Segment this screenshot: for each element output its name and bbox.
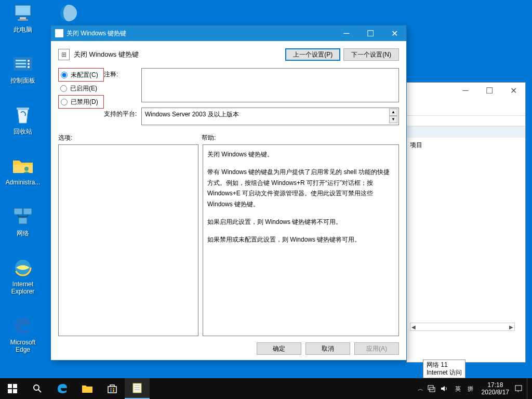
- desktop-icon-ie[interactable]: Internet Explorer: [3, 257, 43, 295]
- radio-enabled[interactable]: 已启用(E): [58, 82, 104, 95]
- taskbar-store[interactable]: [100, 378, 125, 399]
- panel-labels: 选项: 帮助:: [58, 134, 399, 142]
- svg-rect-27: [113, 388, 114, 390]
- bg-column-header[interactable]: [407, 126, 525, 138]
- horizontal-scrollbar[interactable]: ◀▶: [410, 323, 515, 331]
- tray-network-icon[interactable]: [428, 385, 439, 392]
- help-paragraph: 如果禁用或未配置此设置，则 Windows 键热键将可用。: [207, 234, 394, 245]
- policy-icon: ⊞: [58, 49, 70, 60]
- network-icon: [12, 206, 34, 228]
- desktop-icon-label: Administra...: [3, 179, 43, 186]
- start-button[interactable]: [0, 378, 25, 399]
- titlebar[interactable]: 关闭 Windows 键热键 ─ ☐ ✕: [51, 25, 406, 41]
- maximize-button[interactable]: ☐: [358, 25, 382, 41]
- edge-icon: [12, 315, 34, 337]
- svg-point-8: [28, 60, 30, 62]
- tray-time: 17:18: [482, 381, 509, 389]
- tray-ime[interactable]: 英: [453, 385, 464, 393]
- svg-rect-13: [14, 208, 22, 215]
- network-tooltip: 网络 11 Internet 访问: [423, 360, 466, 378]
- monitor-icon: [12, 2, 34, 24]
- maximize-button[interactable]: ☐: [477, 83, 501, 98]
- folder-icon: [82, 383, 93, 394]
- svg-rect-15: [19, 218, 27, 224]
- minimize-button[interactable]: ─: [335, 25, 358, 41]
- svg-rect-30: [133, 383, 141, 393]
- next-setting-button[interactable]: 下一个设置(N): [343, 48, 399, 61]
- taskbar-notepad[interactable]: [125, 378, 150, 399]
- radio-column: 未配置(C) 已启用(E) 已禁用(D): [58, 68, 104, 125]
- tray-notifications-icon[interactable]: [514, 384, 526, 393]
- comment-row: 注释:: [104, 68, 399, 102]
- right-column: 注释: 支持的平台: Windows Server 2003 及以上版本 ▲▼: [104, 68, 399, 125]
- platform-spinner[interactable]: ▲▼: [389, 109, 397, 123]
- config-row: 未配置(C) 已启用(E) 已禁用(D) 注释: 支持的平台:: [58, 68, 399, 125]
- ok-button[interactable]: 确定: [257, 342, 301, 355]
- system-tray: ︿ 英 拼 17:18 2020/8/17: [415, 378, 532, 399]
- platform-label: 支持的平台:: [104, 108, 141, 118]
- desktop-icon-control-panel[interactable]: 控制面板: [3, 53, 43, 84]
- store-icon: [107, 383, 117, 394]
- folder-user-icon: [12, 155, 34, 177]
- desktop-icon-edge[interactable]: Microsoft Edge: [3, 315, 43, 353]
- svg-rect-22: [13, 389, 17, 393]
- radio-not-configured-input[interactable]: [61, 72, 68, 78]
- svg-rect-3: [18, 19, 28, 21]
- bg-titlebar[interactable]: ─ ☐ ✕: [407, 83, 525, 98]
- cancel-button[interactable]: 取消: [305, 342, 350, 355]
- background-window[interactable]: ─ ☐ ✕ 项目 ◀▶: [406, 82, 526, 363]
- radio-label: 已禁用(D): [71, 98, 98, 107]
- radio-disabled-input[interactable]: [61, 99, 68, 105]
- desktop-icon-network[interactable]: 网络: [3, 206, 43, 237]
- svg-rect-25: [108, 387, 116, 393]
- tray-clock[interactable]: 17:18 2020/8/17: [477, 381, 513, 396]
- button-row: 确定 取消 应用(A): [58, 336, 399, 355]
- svg-rect-26: [110, 388, 112, 390]
- spin-down-icon[interactable]: ▼: [389, 116, 397, 123]
- radio-enabled-input[interactable]: [60, 85, 67, 92]
- tray-ime2[interactable]: 拼: [465, 385, 476, 393]
- svg-rect-6: [16, 63, 26, 64]
- taskbar-explorer[interactable]: [75, 378, 100, 399]
- svg-rect-19: [8, 384, 12, 388]
- help-paragraph: 关闭 Windows 键热键。: [207, 149, 394, 159]
- close-button[interactable]: ✕: [382, 25, 406, 41]
- help-label: 帮助:: [202, 134, 216, 142]
- desktop-icon-label: 控制面板: [3, 77, 43, 84]
- tray-volume-icon[interactable]: [440, 385, 451, 392]
- window-icon: [55, 29, 63, 37]
- desktop-icon-label: 回收站: [3, 128, 43, 135]
- close-button[interactable]: ✕: [501, 83, 525, 98]
- bg-item-label: 项目: [410, 141, 422, 149]
- previous-setting-button[interactable]: 上一个设置(P): [285, 48, 340, 61]
- svg-rect-11: [17, 108, 29, 110]
- help-panel: 关闭 Windows 键热键。 带有 Windows 键的键盘为用户提供了启用常…: [203, 144, 399, 336]
- spin-up-icon[interactable]: ▲: [389, 109, 397, 116]
- minimize-button[interactable]: ─: [454, 83, 477, 98]
- globe-icon: [58, 2, 79, 24]
- radio-not-configured[interactable]: 未配置(C): [58, 68, 104, 82]
- search-button[interactable]: [25, 378, 50, 399]
- desktop-icon-browser[interactable]: [49, 2, 88, 26]
- platform-value: Windows Server 2003 及以上版本: [145, 111, 239, 118]
- desktop-icon-label: Microsoft Edge: [3, 339, 43, 353]
- svg-line-24: [38, 390, 41, 392]
- apply-button[interactable]: 应用(A): [354, 342, 399, 355]
- taskbar-edge[interactable]: [50, 378, 75, 399]
- show-desktop-button[interactable]: [527, 378, 530, 399]
- svg-rect-29: [113, 390, 114, 392]
- radio-disabled[interactable]: 已禁用(D): [58, 95, 104, 109]
- bg-address-bar[interactable]: [407, 116, 525, 126]
- ie-icon: [12, 257, 34, 278]
- edge-icon: [57, 383, 68, 394]
- desktop-icon-label: Internet Explorer: [3, 281, 43, 295]
- tray-overflow-icon[interactable]: ︿: [415, 385, 427, 393]
- search-icon: [33, 384, 42, 393]
- comment-input[interactable]: [141, 68, 399, 102]
- desktop-icon-administrator[interactable]: Administra...: [3, 155, 43, 186]
- desktop-icon-this-pc[interactable]: 此电脑: [3, 2, 43, 33]
- desktop-icon-recycle-bin[interactable]: 回收站: [3, 104, 43, 135]
- platform-box: Windows Server 2003 及以上版本 ▲▼: [141, 108, 399, 125]
- recycle-bin-icon: [12, 104, 34, 126]
- control-panel-icon: [12, 53, 34, 75]
